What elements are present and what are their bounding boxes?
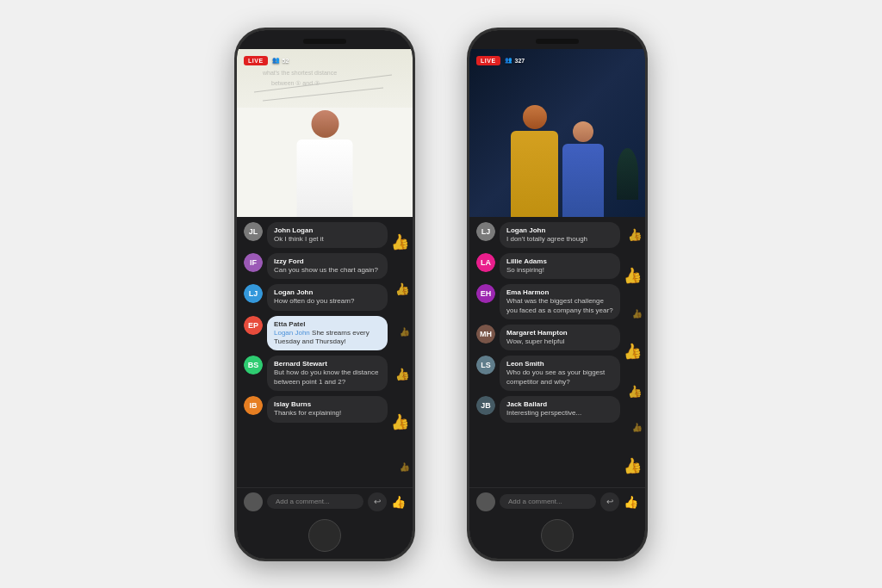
message-2-4: LS Leon Smith Who do you see as your big…: [476, 356, 638, 391]
bubble-name-2-5: Jack Ballard: [506, 400, 613, 408]
bubble-text-1-3: Logan John She streams every Tuesday and…: [274, 329, 381, 347]
bubble-1-2: Logan John How often do you stream?: [267, 284, 388, 310]
avatar-1-1: IF: [244, 253, 263, 272]
scene: what's the shortest distance between ① a…: [0, 0, 882, 588]
message-1-3: EP Etta Patel Logan John She streams eve…: [244, 316, 406, 351]
message-2-3: MH Margaret Hampton Wow, super helpful: [476, 325, 638, 350]
live-badge-1: LIVE 👥 52: [244, 56, 289, 65]
bubble-2-4: Leon Smith Who do you see as your bigges…: [500, 356, 620, 391]
share-button-2[interactable]: ↩: [600, 492, 619, 511]
bubble-text-2-0: I don't totally agree though: [506, 235, 613, 244]
bubble-2-1: Lillie Adams So inspiring!: [500, 253, 620, 279]
viewers-1: 👥 52: [272, 57, 289, 64]
interview-person-1: [511, 105, 558, 217]
bubble-name-1-5: Islay Burns: [274, 400, 381, 408]
viewer-count-1: 52: [283, 58, 289, 64]
bubble-name-1-1: Izzy Ford: [274, 257, 381, 265]
interview-person-2: [562, 121, 604, 217]
mention-1-3: Logan John: [274, 329, 310, 337]
phone-2-comment-bar: Add a comment... ↩ 👍: [469, 487, 645, 516]
interview-background: [469, 49, 645, 217]
bubble-name-2-3: Margaret Hampton: [506, 329, 613, 337]
bubble-text-2-5: Interesting perspective...: [506, 409, 613, 418]
bubble-name-1-4: Bernard Stewart: [274, 360, 381, 368]
viewers-2: 👥 327: [505, 57, 525, 64]
avatar-1-3: EP: [244, 316, 263, 335]
message-2-2: EH Ema Harmon What was the biggest chall…: [476, 284, 638, 319]
live-badge-2: LIVE 👥 327: [476, 56, 525, 65]
message-1-4: BS Bernard Stewart But how do you know t…: [244, 356, 406, 391]
live-tag-2: LIVE: [476, 56, 500, 65]
comment-input-2[interactable]: Add a comment...: [500, 494, 596, 509]
avatar-2-4: LS: [476, 356, 495, 374]
power-button-2: [645, 116, 648, 133]
bubble-name-1-2: Logan John: [274, 288, 381, 296]
svg-text:between ① and ②: between ① and ②: [271, 80, 320, 86]
like-icon-6: 👍: [398, 461, 410, 473]
power-button: [413, 116, 415, 133]
bubble-text-2-1: So inspiring!: [506, 266, 613, 275]
share-button-1[interactable]: ↩: [368, 492, 387, 511]
bubble-name-2-1: Lillie Adams: [506, 257, 613, 265]
avatar-2-0: LJ: [476, 222, 495, 241]
message-2-1: LA Lillie Adams So inspiring!: [476, 253, 638, 279]
side-buttons-right: [413, 116, 415, 133]
whiteboard-background: what's the shortest distance between ① a…: [237, 49, 413, 217]
phone-1-chat: JL John Logan Ok I think I get it IF Izz…: [237, 217, 413, 487]
bubble-text-2-4: Who do you see as your biggest competito…: [506, 368, 613, 387]
bubble-text-1-0: Ok I think I get it: [274, 235, 381, 244]
bubble-text-2-2: What was the biggest challenge you faced…: [506, 297, 613, 315]
phone-1-comment-bar: Add a comment... ↩ 👍: [237, 487, 413, 516]
bubble-name-2-2: Ema Harmon: [506, 288, 613, 296]
my-avatar-1: [244, 492, 263, 511]
bubble-name-1-3: Etta Patel: [274, 320, 381, 328]
bubble-text-1-4: But how do you know the distance between…: [274, 368, 381, 387]
avatar-1-2: LJ: [244, 284, 263, 303]
bubble-text-1-1: Can you show us the chart again?: [274, 266, 381, 275]
bubble-text-2-3: Wow, super helpful: [506, 337, 613, 346]
comment-input-1[interactable]: Add a comment...: [267, 494, 363, 509]
phone-2: LIVE 👥 327 LJ Logan John I don't totally…: [467, 28, 648, 561]
svg-text:what's the shortest distance: what's the shortest distance: [262, 70, 337, 76]
avatar-2-3: MH: [476, 325, 495, 344]
side-buttons-right-2: [645, 116, 648, 133]
phone-1-inner: what's the shortest distance between ① a…: [237, 30, 413, 559]
viewers-icon-2: 👥: [505, 57, 512, 64]
bubble-2-2: Ema Harmon What was the biggest challeng…: [500, 284, 620, 319]
avatar-1-5: IB: [244, 396, 263, 415]
live-tag-1: LIVE: [244, 56, 268, 65]
phone-1: what's the shortest distance between ① a…: [234, 28, 415, 561]
bubble-2-0: Logan John I don't totally agree though: [500, 222, 620, 248]
avatar-2-5: JB: [476, 396, 495, 415]
like-button-1[interactable]: 👍: [391, 495, 406, 509]
bubble-1-1: Izzy Ford Can you show us the chart agai…: [267, 253, 388, 279]
bubble-2-5: Jack Ballard Interesting perspective...: [500, 396, 620, 422]
phone-1-video: what's the shortest distance between ① a…: [237, 49, 413, 217]
phone-2-video: LIVE 👥 327: [469, 49, 645, 217]
phone-2-chat: LJ Logan John I don't totally agree thou…: [469, 217, 645, 487]
message-1-5: IB Islay Burns Thanks for explaining!: [244, 396, 406, 422]
message-2-0: LJ Logan John I don't totally agree thou…: [476, 222, 638, 248]
avatar-2-2: EH: [476, 284, 495, 303]
viewers-icon-1: 👥: [272, 57, 280, 64]
avatar-1-0: JL: [244, 222, 263, 241]
svg-line-1: [263, 88, 383, 101]
bubble-text-1-5: Thanks for explaining!: [274, 409, 381, 418]
bubble-name-1-0: John Logan: [274, 226, 381, 234]
like-button-2[interactable]: 👍: [624, 495, 638, 509]
my-avatar-2: [476, 492, 495, 511]
avatar-1-4: BS: [244, 356, 263, 374]
bubble-2-3: Margaret Hampton Wow, super helpful: [500, 325, 620, 350]
bubble-1-0: John Logan Ok I think I get it: [267, 222, 388, 248]
avatar-2-1: LA: [476, 253, 495, 272]
message-1-2: LJ Logan John How often do you stream?: [244, 284, 406, 310]
bubble-name-2-4: Leon Smith: [506, 360, 613, 368]
phone-2-inner: LIVE 👥 327 LJ Logan John I don't totally…: [469, 30, 645, 559]
message-1-1: IF Izzy Ford Can you show us the chart a…: [244, 253, 406, 279]
bubble-text-1-2: How often do you stream?: [274, 297, 381, 306]
bubble-1-3: Etta Patel Logan John She streams every …: [267, 316, 388, 351]
like-icon-2-6: 👍: [630, 422, 643, 433]
bubble-1-4: Bernard Stewart But how do you know the …: [267, 356, 388, 391]
bubble-1-5: Islay Burns Thanks for explaining!: [267, 396, 388, 422]
viewer-count-2: 327: [515, 58, 525, 64]
